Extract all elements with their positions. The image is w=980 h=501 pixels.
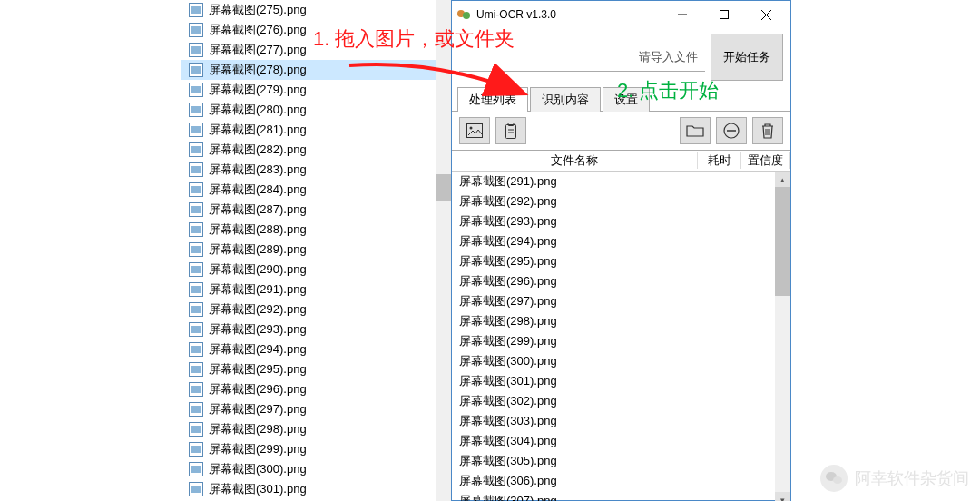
tab-settings[interactable]: 设置 xyxy=(603,87,650,112)
svg-point-1 xyxy=(463,12,470,19)
file-row[interactable]: 屏幕截图(283).png xyxy=(181,160,436,180)
list-item[interactable]: 屏幕截图(303).png xyxy=(452,411,790,431)
file-row[interactable]: 屏幕截图(297).png xyxy=(181,399,436,419)
file-row[interactable]: 屏幕截图(294).png xyxy=(181,339,436,359)
file-name: 屏幕截图(293).png xyxy=(209,321,307,338)
file-row[interactable]: 屏幕截图(278).png xyxy=(181,60,436,80)
list-item[interactable]: 屏幕截图(298).png xyxy=(452,311,790,331)
list-item[interactable]: 屏幕截图(294).png xyxy=(452,231,790,251)
image-file-icon xyxy=(189,282,203,297)
maximize-button[interactable] xyxy=(703,2,745,27)
list-item[interactable]: 屏幕截图(296).png xyxy=(452,271,790,291)
file-name: 屏幕截图(278).png xyxy=(209,62,307,78)
file-name: 屏幕截图(282).png xyxy=(209,142,307,158)
file-name: 屏幕截图(289).png xyxy=(209,241,307,258)
list-item[interactable]: 屏幕截图(292).png xyxy=(452,192,790,211)
delete-button[interactable] xyxy=(752,117,783,144)
image-file-icon xyxy=(189,322,203,337)
file-row[interactable]: 屏幕截图(292).png xyxy=(181,300,436,319)
file-row[interactable]: 屏幕截图(275).png xyxy=(181,0,436,20)
column-filename[interactable]: 文件名称 xyxy=(452,152,698,169)
list-item[interactable]: 屏幕截图(297).png xyxy=(452,291,790,311)
file-row[interactable]: 屏幕截图(289).png xyxy=(181,240,436,260)
file-row[interactable]: 屏幕截图(301).png xyxy=(181,479,436,499)
file-row[interactable]: 屏幕截图(287).png xyxy=(181,200,436,220)
image-file-icon xyxy=(189,63,203,77)
image-file-icon xyxy=(189,162,203,177)
watermark-text: 阿幸软件杂货间 xyxy=(855,467,969,489)
file-row[interactable]: 屏幕截图(277).png xyxy=(181,40,436,60)
file-name: 屏幕截图(294).png xyxy=(209,341,307,358)
image-file-icon xyxy=(189,262,203,277)
file-row[interactable]: 屏幕截图(300).png xyxy=(181,459,436,479)
paste-button[interactable] xyxy=(495,117,526,144)
explorer-scroll-thumb[interactable] xyxy=(436,174,452,201)
file-row[interactable]: 屏幕截图(282).png xyxy=(181,140,436,160)
file-row[interactable]: 屏幕截图(280).png xyxy=(181,100,436,120)
list-item[interactable]: 屏幕截图(300).png xyxy=(452,351,790,371)
close-button[interactable] xyxy=(745,2,787,27)
file-row[interactable]: 屏幕截图(299).png xyxy=(181,439,436,459)
image-file-icon xyxy=(189,23,203,37)
image-file-icon xyxy=(189,422,203,437)
list-item[interactable]: 屏幕截图(306).png xyxy=(452,471,790,491)
file-row[interactable]: 屏幕截图(281).png xyxy=(181,120,436,140)
list-item[interactable]: 屏幕截图(291).png xyxy=(452,172,790,192)
file-row[interactable]: 屏幕截图(293).png xyxy=(181,319,436,339)
file-row[interactable]: 屏幕截图(279).png xyxy=(181,80,436,100)
list-scrollbar[interactable]: ▴ ▾ xyxy=(775,172,790,501)
file-name: 屏幕截图(281).png xyxy=(209,122,307,138)
list-item[interactable]: 屏幕截图(302).png xyxy=(452,391,790,411)
umi-ocr-window: Umi-OCR v1.3.0 请导入文件 开始任务 处理列表 识别内容 设置 xyxy=(451,0,791,501)
scroll-up-button[interactable]: ▴ xyxy=(775,172,790,187)
add-image-button[interactable] xyxy=(459,117,490,144)
image-file-icon xyxy=(189,482,203,496)
file-name: 屏幕截图(275).png xyxy=(209,2,307,18)
list-header: 文件名称 耗时 置信度 xyxy=(452,150,790,172)
column-confidence[interactable]: 置信度 xyxy=(741,152,790,169)
file-row[interactable]: 屏幕截图(296).png xyxy=(181,379,436,399)
file-row[interactable]: 屏幕截图(291).png xyxy=(181,280,436,300)
list-item[interactable]: 屏幕截图(295).png xyxy=(452,251,790,271)
file-row[interactable]: 屏幕截图(290).png xyxy=(181,260,436,280)
file-name: 屏幕截图(300).png xyxy=(209,461,307,477)
window-title: Umi-OCR v1.3.0 xyxy=(476,8,662,21)
toolbar xyxy=(452,112,790,150)
file-row[interactable]: 屏幕截图(295).png xyxy=(181,359,436,379)
start-task-button[interactable]: 开始任务 xyxy=(710,34,783,81)
list-item[interactable]: 屏幕截图(305).png xyxy=(452,451,790,471)
process-list: 屏幕截图(291).png屏幕截图(292).png屏幕截图(293).png屏… xyxy=(452,172,790,501)
svg-point-18 xyxy=(833,476,842,484)
list-item[interactable]: 屏幕截图(304).png xyxy=(452,431,790,451)
remove-button[interactable] xyxy=(716,117,747,144)
svg-point-7 xyxy=(470,127,473,130)
image-file-icon xyxy=(189,123,203,137)
minimize-button[interactable] xyxy=(662,2,703,27)
file-row[interactable]: 屏幕截图(288).png xyxy=(181,220,436,240)
file-row[interactable]: 屏幕截图(276).png xyxy=(181,20,436,40)
file-name: 屏幕截图(290).png xyxy=(209,261,307,278)
image-file-icon xyxy=(189,402,203,417)
import-drop-area[interactable]: 请导入文件 xyxy=(459,43,705,72)
image-file-icon xyxy=(189,103,203,117)
list-scroll-thumb[interactable] xyxy=(775,187,790,296)
list-item[interactable]: 屏幕截图(299).png xyxy=(452,331,790,351)
tabs: 处理列表 识别内容 设置 xyxy=(452,88,790,112)
open-folder-button[interactable] xyxy=(680,117,710,144)
file-explorer-list: 屏幕截图(275).png屏幕截图(276).png屏幕截图(277).png屏… xyxy=(181,0,436,501)
tab-process-list[interactable]: 处理列表 xyxy=(457,87,528,112)
file-name: 屏幕截图(279).png xyxy=(209,82,307,98)
image-file-icon xyxy=(189,3,203,17)
scroll-down-button[interactable]: ▾ xyxy=(775,492,790,501)
list-item[interactable]: 屏幕截图(301).png xyxy=(452,371,790,391)
list-item[interactable]: 屏幕截图(307).png xyxy=(452,491,790,501)
explorer-scrollbar[interactable] xyxy=(436,0,452,501)
list-item[interactable]: 屏幕截图(293).png xyxy=(452,211,790,231)
tab-recognize-content[interactable]: 识别内容 xyxy=(530,87,601,112)
file-row[interactable]: 屏幕截图(298).png xyxy=(181,419,436,439)
file-row[interactable]: 屏幕截图(284).png xyxy=(181,180,436,200)
file-name: 屏幕截图(284).png xyxy=(209,182,307,198)
wechat-icon xyxy=(820,465,848,492)
column-time[interactable]: 耗时 xyxy=(698,152,741,169)
svg-rect-8 xyxy=(506,125,516,139)
